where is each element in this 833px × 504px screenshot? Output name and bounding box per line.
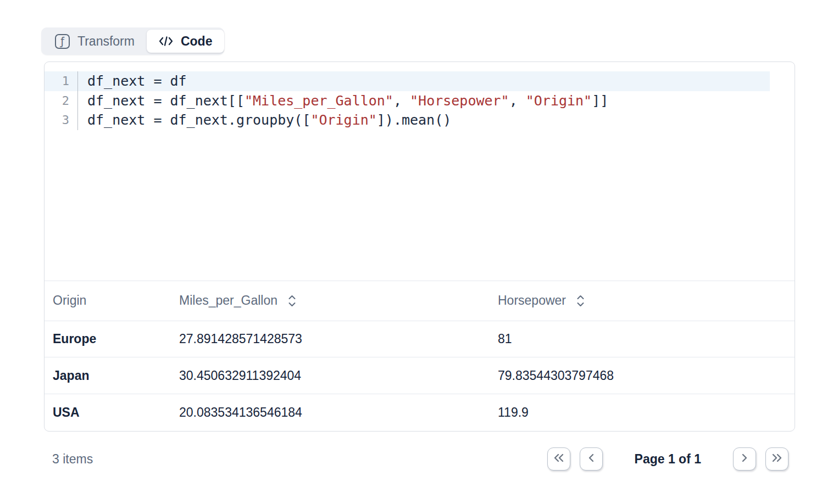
tab-transform-label: Transform	[77, 34, 135, 49]
cell-miles-per-gallon: 30.450632911392404	[179, 368, 498, 383]
table-header-row: Origin Miles_per_Gallon Horsepower	[45, 281, 795, 321]
last-page-button[interactable]	[765, 447, 788, 471]
code-line-content: df_next = df_next.groupby(["Origin"]).me…	[78, 110, 451, 130]
table-row: Japan 30.450632911392404 79.835443037974…	[45, 357, 795, 394]
code-line-1[interactable]: 1 df_next = df	[45, 71, 770, 91]
cell-miles-per-gallon: 27.891428571428573	[179, 332, 498, 346]
column-header-origin: Origin	[53, 293, 179, 308]
function-icon: ƒ	[55, 34, 70, 49]
items-count: 3 items	[52, 452, 93, 467]
code-line-3[interactable]: 3 df_next = df_next.groupby(["Origin"]).…	[45, 110, 770, 130]
line-number: 3	[45, 110, 78, 130]
cell-origin: Japan	[53, 368, 179, 383]
tab-code-label: Code	[181, 34, 213, 49]
cell-horsepower: 81	[498, 332, 795, 346]
cell-origin: USA	[53, 405, 179, 420]
cell-horsepower: 79.83544303797468	[498, 368, 795, 383]
cell-horsepower: 119.9	[498, 405, 795, 420]
table-footer: 3 items Page 1 of 1	[44, 432, 795, 481]
first-page-button[interactable]	[547, 447, 570, 471]
transform-panel: 1 df_next = df 2 df_next = df_next[["Mil…	[44, 61, 795, 432]
code-line-content: df_next = df_next[["Miles_per_Gallon", "…	[78, 91, 608, 111]
sort-up-down-icon[interactable]	[287, 294, 297, 308]
double-chevron-left-icon	[552, 452, 565, 466]
cell-origin: Europe	[53, 332, 179, 346]
pagination: Page 1 of 1	[547, 447, 788, 471]
sort-up-down-icon[interactable]	[575, 294, 586, 308]
cell-miles-per-gallon: 20.083534136546184	[179, 405, 498, 420]
double-chevron-right-icon	[770, 452, 784, 466]
code-brackets-icon	[159, 35, 173, 47]
table-row: USA 20.083534136546184 119.9	[45, 394, 795, 431]
code-line-2[interactable]: 2 df_next = df_next[["Miles_per_Gallon",…	[45, 91, 770, 111]
line-number: 1	[45, 71, 78, 91]
tab-transform[interactable]: ƒ Transform	[43, 30, 147, 53]
chevron-right-icon	[739, 452, 750, 466]
page-indicator: Page 1 of 1	[635, 452, 701, 467]
next-page-button[interactable]	[733, 447, 756, 471]
table-row: Europe 27.891428571428573 81	[45, 321, 795, 358]
column-header-miles-per-gallon: Miles_per_Gallon	[179, 293, 498, 308]
code-editor[interactable]: 1 df_next = df 2 df_next = df_next[["Mil…	[45, 62, 795, 281]
code-line-content: df_next = df	[78, 71, 187, 91]
tab-code[interactable]: Code	[147, 30, 225, 53]
column-header-horsepower: Horsepower	[498, 293, 795, 308]
view-mode-tabbar: ƒ Transform Code	[41, 27, 224, 55]
chevron-left-icon	[586, 452, 597, 466]
line-number: 2	[45, 91, 78, 111]
previous-page-button[interactable]	[580, 447, 603, 471]
